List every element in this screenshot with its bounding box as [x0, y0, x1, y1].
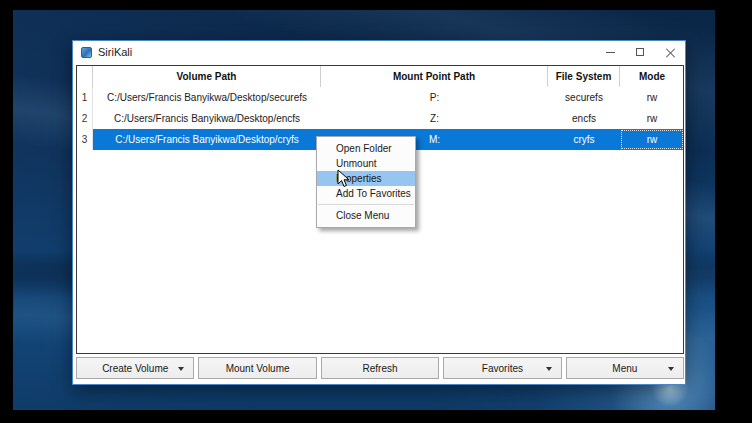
menu-item-close-menu[interactable]: Close Menu — [317, 208, 415, 223]
table-header-row: Volume Path Mount Point Path File System… — [77, 66, 683, 87]
minimize-button[interactable] — [595, 41, 625, 63]
cell-file-system[interactable]: cryfs — [548, 129, 620, 150]
window-title: SiriKali — [98, 46, 132, 58]
close-icon — [666, 48, 675, 57]
mount-volume-button[interactable]: Mount Volume — [198, 357, 316, 379]
menu-item-unmount[interactable]: Unmount — [317, 156, 415, 171]
cell-mode-focused[interactable]: rw — [620, 129, 684, 150]
favorites-label: Favorites — [482, 363, 523, 374]
column-header-file-system[interactable]: File System — [548, 66, 620, 87]
minimize-icon — [606, 52, 615, 53]
maximize-icon — [636, 48, 644, 56]
menu-button[interactable]: Menu — [566, 357, 684, 379]
cell-volume-path[interactable]: C:/Users/Francis Banyikwa/Desktop/secure… — [93, 87, 321, 108]
create-volume-label: Create Volume — [102, 363, 168, 374]
mouse-cursor-icon — [337, 169, 350, 192]
row-number: 3 — [77, 129, 93, 150]
menu-item-add-to-favorites[interactable]: Add To Favorites — [317, 186, 415, 201]
refresh-label: Refresh — [363, 363, 398, 374]
cell-file-system[interactable]: securefs — [548, 87, 620, 108]
cell-volume-path[interactable]: C:/Users/Francis Banyikwa/Desktop/encfs — [93, 108, 321, 129]
favorites-button[interactable]: Favorites — [443, 357, 561, 379]
column-header-mount-point-path[interactable]: Mount Point Path — [321, 66, 548, 87]
bottom-toolbar: Create Volume Mount Volume Refresh Favor… — [76, 357, 684, 379]
window-controls — [595, 41, 685, 63]
screen: SiriKali Volume Path Mount Point Path Fi… — [0, 0, 752, 423]
dropdown-arrow-icon — [546, 367, 552, 371]
maximize-button[interactable] — [625, 41, 655, 63]
create-volume-button[interactable]: Create Volume — [76, 357, 194, 379]
cell-mode[interactable]: rw — [620, 108, 684, 129]
corner-header — [77, 66, 93, 87]
column-header-mode[interactable]: Mode — [620, 66, 684, 87]
menu-item-properties[interactable]: Properties — [317, 171, 415, 186]
close-button[interactable] — [655, 41, 685, 63]
column-header-volume-path[interactable]: Volume Path — [93, 66, 321, 87]
context-menu: Open Folder Unmount Properties Add To Fa… — [316, 136, 416, 228]
dropdown-arrow-icon — [668, 367, 674, 371]
mount-volume-label: Mount Volume — [226, 363, 290, 374]
table-row[interactable]: 2 C:/Users/Francis Banyikwa/Desktop/encf… — [77, 108, 683, 129]
menu-label: Menu — [612, 363, 637, 374]
titlebar[interactable]: SiriKali — [73, 41, 685, 63]
cell-mode[interactable]: rw — [620, 87, 684, 108]
row-number: 1 — [77, 87, 93, 108]
row-number: 2 — [77, 108, 93, 129]
sirikali-app-icon — [81, 47, 92, 58]
menu-separator — [318, 204, 414, 205]
cell-mount-point[interactable]: Z: — [321, 108, 548, 129]
table-row[interactable]: 1 C:/Users/Francis Banyikwa/Desktop/secu… — [77, 87, 683, 108]
dropdown-arrow-icon — [178, 367, 184, 371]
cell-volume-path[interactable]: C:/Users/Francis Banyikwa/Desktop/cryfs — [93, 129, 321, 150]
menu-item-open-folder[interactable]: Open Folder — [317, 141, 415, 156]
cell-file-system[interactable]: encfs — [548, 108, 620, 129]
cell-mount-point[interactable]: P: — [321, 87, 548, 108]
refresh-button[interactable]: Refresh — [321, 357, 439, 379]
